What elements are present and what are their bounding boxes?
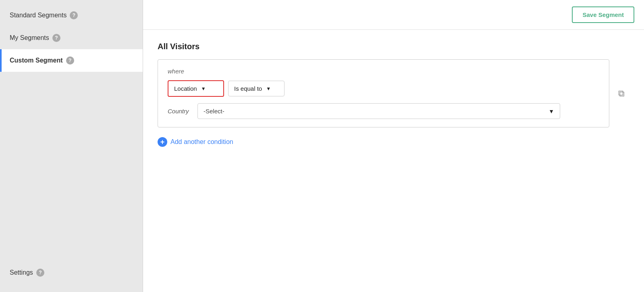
help-icon-my-segments[interactable]: ? (52, 34, 60, 42)
country-select-arrow: ▼ (548, 108, 554, 115)
main-content: Save Segment All Visitors where Location… (143, 0, 644, 292)
sidebar-item-standard-segments[interactable]: Standard Segments ? (0, 4, 143, 27)
help-icon-standard[interactable]: ? (70, 11, 78, 19)
content-area: All Visitors where Location ▼ Is equal t… (143, 30, 644, 292)
operator-dropdown[interactable]: Is equal to ▼ (228, 81, 285, 96)
sidebar-item-my-segments[interactable]: My Segments ? (0, 27, 143, 49)
country-row: Country -Select- ▼ (168, 103, 599, 119)
help-icon-custom-segment[interactable]: ? (66, 56, 74, 65)
condition-row: Location ▼ Is equal to ▼ (168, 80, 599, 97)
operator-dropdown-label: Is equal to (234, 85, 262, 92)
sidebar: Standard Segments ? My Segments ? Custom… (0, 0, 143, 292)
sidebar-item-label: My Segments (10, 34, 49, 42)
country-label: Country (168, 108, 192, 115)
add-condition-label: Add another condition (170, 138, 233, 146)
sidebar-item-settings[interactable]: Settings ? (0, 261, 143, 284)
save-segment-button[interactable]: Save Segment (572, 6, 634, 23)
location-dropdown-arrow: ▼ (201, 86, 206, 92)
where-label: where (168, 68, 599, 75)
page-header: Save Segment (143, 0, 644, 30)
operator-dropdown-arrow: ▼ (266, 86, 271, 92)
sidebar-item-custom-segment[interactable]: Custom Segment ? (0, 49, 143, 72)
page-title: All Visitors (158, 42, 629, 51)
sidebar-bottom: Settings ? (0, 261, 143, 292)
condition-box: where Location ▼ Is equal to ▼ Country -… (158, 59, 609, 127)
sidebar-settings-label: Settings (10, 269, 33, 276)
add-condition-button[interactable]: + Add another condition (158, 137, 629, 147)
location-dropdown[interactable]: Location ▼ (168, 80, 224, 97)
duplicate-condition-button[interactable]: ⧉ (618, 88, 625, 99)
country-select-placeholder: -Select- (204, 108, 224, 115)
sidebar-item-label: Standard Segments (10, 12, 66, 19)
plus-icon: + (158, 137, 167, 147)
location-dropdown-label: Location (174, 85, 197, 92)
country-select[interactable]: -Select- ▼ (197, 103, 560, 119)
sidebar-item-label: Custom Segment (10, 57, 63, 64)
help-icon-settings[interactable]: ? (36, 269, 44, 277)
